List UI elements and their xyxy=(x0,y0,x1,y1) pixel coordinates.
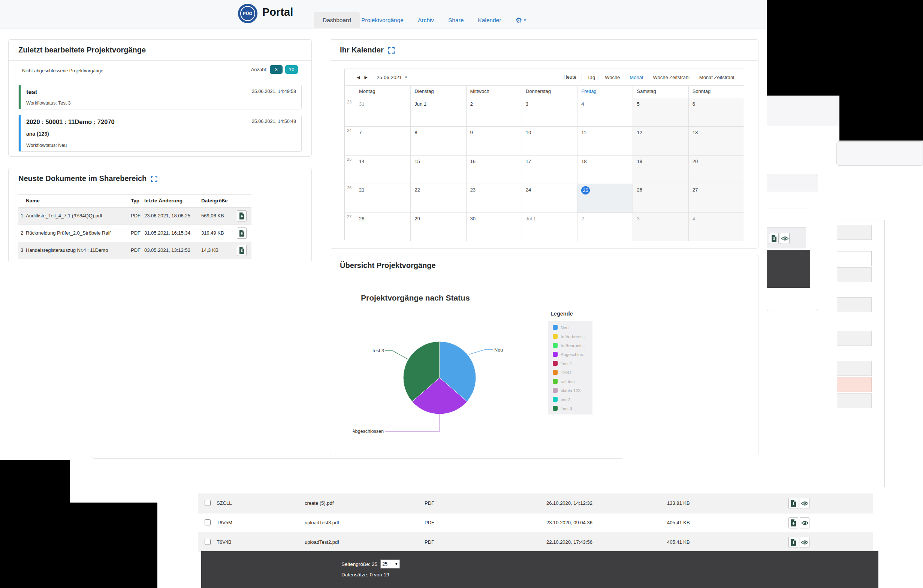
legend-label: In Bearbeit... xyxy=(561,343,585,348)
count-badge[interactable]: 10 xyxy=(285,65,298,74)
documents-table-body: 1Auditliste_Teil_4_7.1 (9Y84QQ).pdfPDF23… xyxy=(18,208,251,260)
calendar-date-picker[interactable]: 25.06.2021 ▼ xyxy=(377,75,408,80)
calendar-week-row: 2478910111213 xyxy=(345,126,744,155)
legend-item[interactable]: Abgeschlos... xyxy=(553,352,593,357)
calendar-day-cell: 3 xyxy=(632,212,688,241)
view-button-monat[interactable]: Monat xyxy=(629,75,643,80)
page-size-select[interactable]: 25 ▼ xyxy=(380,560,400,568)
week-column-header xyxy=(345,86,355,98)
count-label: Anzahl: xyxy=(251,67,267,72)
redaction-box xyxy=(767,0,923,95)
calendar-next-button[interactable]: ▶ xyxy=(362,74,370,81)
active-tab-slot: Dashboard xyxy=(314,12,360,28)
recent-filter-label: Nicht abgeschlossene Projektvorgänge xyxy=(22,68,103,74)
pagination-info: Seitengröße: 25 25 ▼ Datensätze: 0 von 1… xyxy=(342,560,400,578)
view-button-woche[interactable]: Woche xyxy=(605,75,620,80)
expand-button[interactable] xyxy=(388,47,394,54)
legend-item[interactable]: test2 xyxy=(553,397,593,402)
day-number: 21 xyxy=(359,187,364,193)
panel-recent-title: Zuletzt bearbeitete Projektvorgänge xyxy=(8,40,311,61)
calendar-day-cell: 8 xyxy=(411,126,466,155)
cell-filename: uploadTest3.pdf xyxy=(305,520,339,526)
download-button[interactable] xyxy=(769,233,779,244)
app-title: Portal xyxy=(262,6,293,18)
nav-link-projektvorg-nge[interactable]: Projektvorgänge xyxy=(361,17,404,24)
day-number: 11 xyxy=(581,130,586,135)
download-button[interactable] xyxy=(237,245,246,256)
calendar-week-row: 2514151617181920 xyxy=(345,155,744,184)
view-button-woche-zeitstrahl[interactable]: Woche Zeitstrahl xyxy=(653,75,690,80)
day-number: Jul 1 xyxy=(526,216,536,222)
calendar-prev-button[interactable]: ◀ xyxy=(355,74,362,81)
window-fragment xyxy=(767,95,839,126)
legend-title: Legende xyxy=(550,311,573,317)
day-number: 28 xyxy=(359,216,364,222)
legend-item[interactable]: In Vorbereit... xyxy=(553,334,593,339)
cell-size: 133,81 KB xyxy=(667,500,690,506)
cell-index: 2 xyxy=(21,230,23,236)
nav-link-share[interactable]: Share xyxy=(448,17,463,24)
row-checkbox[interactable] xyxy=(205,519,210,526)
legend-item[interactable]: Neu xyxy=(553,325,593,330)
chevron-down-icon: ▼ xyxy=(394,562,398,566)
legend-item[interactable]: Test 3 xyxy=(553,406,593,411)
nav-link-kalender[interactable]: Kalender xyxy=(478,17,501,24)
legend-item[interactable]: In Bearbeit... xyxy=(553,343,593,348)
eye-button[interactable] xyxy=(800,498,810,509)
panel-share-documents: Neuste Dokumente im Sharebereich Name Ty… xyxy=(8,168,312,262)
cell-size: 405,41 KB xyxy=(667,539,690,545)
project-status: Workflowtatus: Test 3 xyxy=(26,100,71,106)
day-number: 10 xyxy=(526,130,531,135)
row-checkbox[interactable] xyxy=(205,539,210,545)
expand-button[interactable] xyxy=(151,176,158,182)
legend-item[interactable]: Test 1 xyxy=(553,361,593,366)
download-button[interactable] xyxy=(237,210,246,222)
legend-item[interactable]: blabla 123 xyxy=(553,388,593,393)
panel-title-text: Neuste Dokumente im Sharebereich xyxy=(18,168,146,189)
legend-item[interactable]: TEST xyxy=(553,370,593,375)
eye-button[interactable] xyxy=(800,517,810,529)
download-button[interactable] xyxy=(237,227,246,239)
download-button[interactable] xyxy=(788,517,798,529)
redaction-box xyxy=(70,503,158,588)
day-number: 29 xyxy=(414,216,420,222)
calendar-day-cell: 23 xyxy=(466,184,522,212)
cell-modified: 26.10.2020, 14:12:32 xyxy=(546,500,593,506)
eye-icon xyxy=(801,501,808,506)
row-actions xyxy=(788,498,810,509)
settings-menu[interactable]: ⚙ ▼ xyxy=(515,16,527,24)
project-item[interactable]: 2020 : 50001 : 11Demo : 7207025.06.2021,… xyxy=(18,115,302,152)
calendar-day-cell: 15 xyxy=(411,155,466,184)
calendar-day-cell: 20 xyxy=(688,155,744,184)
eye-button[interactable] xyxy=(800,537,810,548)
recent-count-group: Anzahl: 310 xyxy=(251,65,298,74)
chart-title: Projektvorgänge nach Status xyxy=(361,294,470,302)
tab-dashboard[interactable]: Dashboard xyxy=(314,12,360,28)
window-fragment xyxy=(767,174,818,192)
main-nav: ProjektvorgängeArchivShareKalender ⚙ ▼ xyxy=(361,12,527,28)
row-actions xyxy=(788,517,810,529)
row-checkbox[interactable] xyxy=(205,500,210,506)
view-button-tag[interactable]: Tag xyxy=(587,75,595,80)
calendar-week-row: 27282930Jul 1234 xyxy=(345,212,744,241)
share-table: SZCLLcreate (5).pdfPDF26.10.2020, 14:12:… xyxy=(198,494,873,552)
view-button-monat-zeitstrahl[interactable]: Monat Zeitstrahl xyxy=(699,75,734,80)
legend-color-chip xyxy=(553,370,558,375)
calendar-day-cell: 2 xyxy=(466,98,522,126)
calendar-today-button[interactable]: Heute xyxy=(558,74,582,81)
download-button[interactable] xyxy=(788,537,798,548)
count-badge[interactable]: 3 xyxy=(270,65,282,74)
calendar-day-cell: 5 xyxy=(632,98,688,126)
window-fragment xyxy=(837,361,872,376)
legend-label: In Vorbereit... xyxy=(561,334,586,339)
eye-button[interactable] xyxy=(780,233,790,244)
download-button[interactable] xyxy=(788,498,798,509)
nav-link-archiv[interactable]: Archiv xyxy=(418,17,434,24)
project-item[interactable]: test25.06.2021, 14:49:58Workflowtatus: T… xyxy=(18,85,302,109)
share-table-row: T6V4BuploadTest2.pdfPDF22.10.2020, 17:43… xyxy=(198,532,873,552)
cell-size: 14,3 KB xyxy=(201,247,218,253)
legend-item[interactable]: ralf test xyxy=(553,379,593,384)
project-subtitle: ana (123) xyxy=(26,131,49,137)
day-number: 3 xyxy=(637,216,639,222)
pie-label: Abgeschlossen xyxy=(353,429,384,434)
